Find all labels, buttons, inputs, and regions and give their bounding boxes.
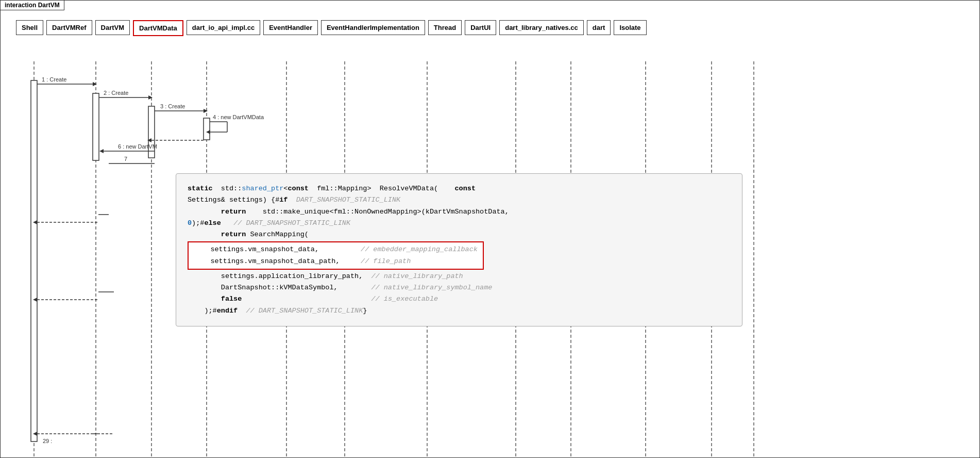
code-line-3: return std::make_unique<fml::NonOwnedMap… [188,206,731,218]
code-line-1: static std::shared_ptr<const fml::Mappin… [188,183,731,194]
svg-rect-15 [204,118,210,140]
svg-text:4 : new DartVMData: 4 : new DartVMData [213,114,264,120]
svg-marker-17 [93,82,97,86]
svg-marker-44 [33,432,37,436]
lifeline-shell: Shell [16,20,43,35]
svg-text:6 : new DartVM: 6 : new DartVM [118,143,157,150]
code-highlight-box: settings.vm_snapshot_data, // embedder_m… [188,241,484,270]
lifeline-dartVMRef: DartVMRef [46,20,92,35]
lifeline-eventHandler: EventHandler [263,20,318,35]
code-line-9: DartSnapshot::kVMDataSymbol, // native_l… [188,282,731,293]
code-line-5: return SearchMapping( [188,229,731,240]
code-line-4: 0);#else // DART_SNAPSHOT_STATIC_LINK [188,218,731,229]
code-line-6: settings.vm_snapshot_data, // embedder_m… [194,244,478,255]
interaction-label: interaction DartVM [1,1,64,10]
code-line-11: );#endif // DART_SNAPSHOT_STATIC_LINK} [188,305,731,317]
code-popup: static std::shared_ptr<const fml::Mappin… [176,173,742,326]
svg-rect-14 [148,106,155,158]
lifeline-isolate: Isolate [614,20,646,35]
lifeline-thread: Thread [428,20,462,35]
svg-marker-34 [99,149,104,153]
svg-marker-41 [33,298,37,302]
lifeline-eventHandlerImpl: EventHandlerImplementation [321,20,425,35]
svg-marker-38 [33,220,37,224]
lifeline-dartUI: DartUI [465,20,496,35]
lifeline-dartVMData: DartVMData [133,20,183,36]
main-diagram: interaction DartVM Shell DartVMRef DartV… [0,0,980,458]
svg-marker-28 [206,130,210,134]
lifeline-dart-library-natives: dart_library_natives.cc [499,20,584,35]
interaction-title: interaction DartVM [5,2,60,9]
svg-text:29 :: 29 : [43,438,52,444]
svg-marker-23 [204,109,208,113]
code-line-10: false // is_executable [188,293,731,305]
svg-text:2 : Create: 2 : Create [104,90,128,96]
svg-rect-12 [31,80,37,441]
lifeline-dart-io: dart_io_api_impl.cc [187,20,260,35]
lifeline-dart: dart [587,20,611,35]
lifelines-row: Shell DartVMRef DartVM DartVMData dart_i… [1,16,979,40]
svg-text:1 : Create: 1 : Create [42,76,66,83]
lifeline-dartVM: DartVM [95,20,130,35]
code-line-2: Settings& settings) {#if DART_SNAPSHOT_S… [188,194,731,206]
code-line-8: settings.application_library_path, // na… [188,271,731,282]
svg-text:7: 7 [124,156,127,162]
svg-text:3 : Create: 3 : Create [160,103,185,109]
svg-marker-31 [147,138,151,142]
svg-marker-20 [148,95,153,100]
code-line-7: settings.vm_snapshot_data_path, // file_… [194,256,478,267]
svg-rect-13 [93,93,99,160]
